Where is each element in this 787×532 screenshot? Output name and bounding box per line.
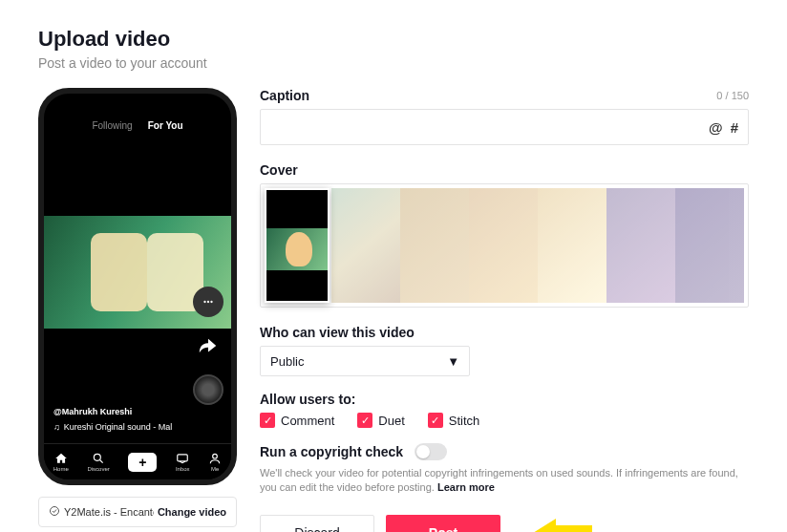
svg-line-4 — [100, 460, 103, 463]
file-row: Y2Mate.is - Encanto bu... Change video — [38, 497, 237, 527]
tab-foryou[interactable]: For You — [148, 120, 183, 131]
hashtag-button[interactable]: # — [731, 119, 738, 136]
learn-more-link[interactable]: Learn more — [437, 481, 495, 493]
change-video-link[interactable]: Change video — [158, 506, 226, 518]
svg-marker-8 — [533, 519, 592, 532]
check-icon: ✓ — [428, 413, 443, 428]
svg-point-6 — [213, 454, 218, 458]
post-button[interactable]: Post — [386, 515, 500, 532]
check-circle-icon — [49, 505, 60, 519]
tab-following[interactable]: Following — [92, 120, 132, 131]
copyright-toggle[interactable] — [415, 443, 447, 460]
preview-username: @Mahrukh Kureshi — [53, 406, 172, 419]
copyright-hint: We'll check your video for potential cop… — [260, 466, 749, 496]
annotation-arrow-icon — [533, 515, 592, 532]
page-subtitle: Post a video to your account — [38, 55, 749, 71]
svg-point-3 — [94, 454, 100, 460]
cover-thumb[interactable] — [675, 188, 744, 303]
caption-input[interactable] — [270, 120, 709, 135]
checkbox-duet[interactable]: ✓ Duet — [357, 413, 404, 428]
privacy-select[interactable]: Public ▼ — [260, 346, 470, 376]
cover-thumb[interactable] — [606, 188, 675, 303]
nav-create[interactable]: + — [128, 453, 157, 472]
caption-count: 0 / 150 — [716, 90, 749, 101]
checkbox-stitch[interactable]: ✓ Stitch — [428, 413, 480, 428]
nav-home[interactable]: Home — [53, 452, 69, 472]
share-icon — [195, 332, 222, 359]
nav-discover[interactable]: Discover — [87, 452, 109, 472]
comment-icon — [193, 287, 223, 317]
check-icon: ✓ — [357, 413, 372, 428]
allow-label: Allow users to: — [260, 392, 749, 407]
check-icon: ✓ — [260, 413, 275, 428]
checkbox-comment[interactable]: ✓ Comment — [260, 413, 334, 428]
svg-point-7 — [51, 507, 59, 516]
phone-preview: Following For You @Mahrukh Kureshi ♫ Kur… — [38, 88, 237, 485]
nav-inbox[interactable]: Inbox — [176, 452, 190, 472]
music-note-icon: ♫ — [53, 421, 60, 435]
privacy-label: Who can view this video — [260, 325, 749, 340]
cover-label: Cover — [260, 162, 749, 178]
copyright-label: Run a copyright check — [260, 444, 403, 459]
nav-me[interactable]: Me — [208, 452, 222, 472]
svg-point-2 — [210, 301, 212, 303]
svg-rect-5 — [178, 455, 188, 461]
page-title: Upload video — [38, 27, 749, 52]
mention-button[interactable]: @ — [709, 119, 723, 136]
cover-thumb[interactable] — [538, 188, 606, 303]
chevron-down-icon: ▼ — [447, 354, 459, 369]
cover-thumb[interactable] — [400, 188, 469, 303]
cover-thumb[interactable] — [331, 188, 400, 303]
privacy-selected: Public — [270, 354, 304, 369]
svg-point-0 — [203, 301, 205, 303]
sound-disc-icon — [193, 374, 223, 405]
file-name: Y2Mate.is - Encanto bu... — [64, 506, 154, 518]
cover-selector[interactable] — [260, 183, 749, 308]
preview-sound: Kureshi Original sound - Mal — [64, 421, 173, 435]
cover-thumb[interactable] — [469, 188, 538, 303]
cover-selected-frame[interactable] — [265, 188, 330, 303]
caption-label: Caption — [260, 88, 309, 103]
discard-button[interactable]: Discard — [260, 515, 374, 532]
svg-point-1 — [207, 301, 209, 303]
